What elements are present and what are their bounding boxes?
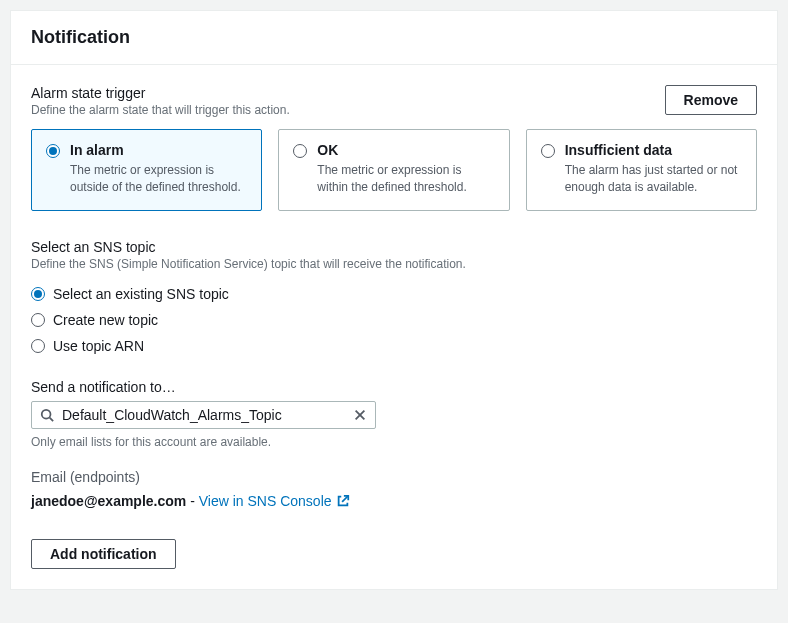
trigger-header-text: Alarm state trigger Define the alarm sta…: [31, 85, 290, 117]
external-link-icon: [336, 494, 350, 508]
send-notification-field: Send a notification to… Only email lists…: [31, 379, 757, 449]
sns-option-use-arn[interactable]: Use topic ARN: [31, 333, 757, 359]
notification-panel: Notification Alarm state trigger Define …: [10, 10, 778, 590]
trigger-heading: Alarm state trigger: [31, 85, 290, 101]
panel-body: Alarm state trigger Define the alarm sta…: [11, 65, 777, 589]
trigger-option-in-alarm[interactable]: In alarm The metric or expression is out…: [31, 129, 262, 211]
radio-icon: [293, 144, 307, 158]
radio-label: Use topic ARN: [53, 338, 144, 354]
option-title: In alarm: [70, 142, 247, 158]
radio-icon: [31, 339, 45, 353]
radio-icon: [46, 144, 60, 158]
sns-radio-list: Select an existing SNS topic Create new …: [31, 281, 757, 359]
radio-icon: [541, 144, 555, 158]
trigger-option-insufficient-data[interactable]: Insufficient data The alarm has just sta…: [526, 129, 757, 211]
email-heading: Email (endpoints): [31, 469, 757, 485]
sns-topic-section: Select an SNS topic Define the SNS (Simp…: [31, 239, 757, 359]
svg-line-4: [342, 495, 348, 501]
email-row: janedoe@example.com - View in SNS Consol…: [31, 493, 757, 509]
sns-option-create-new[interactable]: Create new topic: [31, 307, 757, 333]
send-label: Send a notification to…: [31, 379, 757, 395]
radio-label: Create new topic: [53, 312, 158, 328]
sns-desc: Define the SNS (Simple Notification Serv…: [31, 257, 757, 271]
svg-line-1: [50, 417, 54, 421]
option-desc: The metric or expression is outside of t…: [70, 162, 247, 196]
radio-label: Select an existing SNS topic: [53, 286, 229, 302]
svg-point-0: [42, 409, 51, 418]
radio-icon: [31, 313, 45, 327]
topic-input[interactable]: [62, 407, 345, 423]
clear-icon[interactable]: [353, 408, 367, 422]
trigger-desc: Define the alarm state that will trigger…: [31, 103, 290, 117]
remove-button[interactable]: Remove: [665, 85, 757, 115]
sns-option-existing[interactable]: Select an existing SNS topic: [31, 281, 757, 307]
search-icon: [40, 408, 54, 422]
add-notification-button[interactable]: Add notification: [31, 539, 176, 569]
sns-heading: Select an SNS topic: [31, 239, 757, 255]
email-separator: -: [186, 493, 198, 509]
panel-header: Notification: [11, 11, 777, 65]
radio-icon: [31, 287, 45, 301]
email-address: janedoe@example.com: [31, 493, 186, 509]
option-title: OK: [317, 142, 494, 158]
trigger-option-ok[interactable]: OK The metric or expression is within th…: [278, 129, 509, 211]
trigger-options: In alarm The metric or expression is out…: [31, 129, 757, 211]
option-title: Insufficient data: [565, 142, 742, 158]
option-desc: The metric or expression is within the d…: [317, 162, 494, 196]
email-endpoints-section: Email (endpoints) janedoe@example.com - …: [31, 469, 757, 509]
trigger-header-row: Alarm state trigger Define the alarm sta…: [31, 85, 757, 117]
topic-input-wrapper[interactable]: [31, 401, 376, 429]
view-sns-console-link[interactable]: View in SNS Console: [199, 493, 350, 509]
topic-note: Only email lists for this account are av…: [31, 435, 757, 449]
panel-title: Notification: [31, 27, 757, 48]
option-desc: The alarm has just started or not enough…: [565, 162, 742, 196]
